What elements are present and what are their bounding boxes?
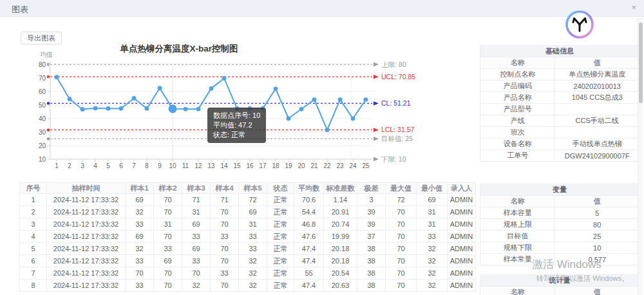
table-cell: 32 [126, 206, 154, 218]
table-cell: 47.4 [294, 280, 324, 292]
data-point[interactable] [158, 86, 162, 90]
table-cell: 工单号 [480, 150, 555, 162]
data-point[interactable] [274, 86, 278, 91]
table-cell: 70 [154, 280, 182, 292]
table-cell: 69 [239, 206, 267, 218]
table-cell: 70 [386, 218, 417, 231]
basic-info-panel: 基础信息名称值控制点名称单点热铆分离温度产品编码240202010013产品名称… [480, 45, 639, 162]
svg-text:9: 9 [158, 162, 162, 169]
table-cell: 33 [239, 231, 267, 243]
table-cell: 2024-11-12 17:33:32 [47, 218, 126, 231]
table-cell: 71 [182, 194, 211, 206]
table-cell: 19.99 [324, 231, 357, 243]
data-point[interactable] [364, 97, 368, 102]
scrollbar-thumb[interactable] [639, 23, 643, 103]
table-cell: 31 [154, 218, 182, 231]
table-cell: 8 [20, 280, 47, 292]
data-point[interactable] [132, 96, 137, 100]
table-cell: 3 [357, 194, 386, 206]
table-cell: ADMIN [448, 231, 476, 243]
table-cell: 产线 [480, 115, 555, 127]
tooltip-status: 状态: 正常 [213, 130, 260, 140]
table-cell: 5 [20, 243, 47, 255]
data-point[interactable] [299, 107, 304, 111]
table-cell: 2 [20, 206, 47, 218]
table-cell: 70 [154, 194, 182, 206]
column-header: 值 [555, 57, 639, 69]
svg-text:24: 24 [349, 162, 357, 169]
table-cell: 手动线单点热铆 [555, 138, 639, 150]
svg-text:10: 10 [169, 162, 176, 169]
sample-data-table: 序号抽样时间样本1样本2样本3样本4样本5状态平均数标准差数极差最大值最小值录入… [19, 182, 475, 292]
data-point[interactable] [119, 106, 124, 111]
data-point[interactable] [312, 97, 317, 102]
table-cell: ADMIN [448, 255, 476, 267]
svg-text:20: 20 [39, 142, 46, 149]
svg-text:22: 22 [323, 162, 331, 169]
data-point[interactable] [145, 106, 149, 111]
table-row: 规格下限10 [480, 242, 639, 254]
table-cell: 33 [126, 218, 154, 231]
data-point[interactable] [209, 86, 214, 91]
table-row: 42024-11-12 17:33:326970333333正常47.619.9… [20, 231, 476, 243]
column-header: 样本4 [211, 183, 239, 194]
table-cell: 31 [239, 218, 267, 231]
column-header: 序号 [20, 183, 47, 194]
svg-text:5: 5 [106, 162, 110, 169]
data-point[interactable] [55, 75, 59, 79]
scrollbar[interactable] [638, 18, 643, 295]
table-cell: 32 [239, 255, 267, 267]
page-title: 图表 [12, 4, 28, 15]
data-point[interactable] [106, 106, 111, 111]
table-cell: 7 [20, 267, 47, 280]
table-cell: 31 [417, 206, 448, 218]
table-cell: 70 [386, 267, 417, 280]
table-cell: 25 [555, 231, 639, 242]
table-cell: 32 [182, 280, 211, 292]
data-point[interactable] [68, 97, 72, 101]
data-point[interactable] [93, 106, 98, 111]
data-point[interactable] [325, 128, 330, 132]
data-point[interactable] [196, 107, 201, 111]
table-cell: 33 [417, 231, 448, 243]
table-cell: 37 [357, 231, 386, 243]
table-cell: 产品名称 [480, 92, 555, 104]
svg-text:30: 30 [39, 129, 46, 136]
table-cell: 规格上限 [480, 219, 555, 231]
table-cell: 39 [357, 206, 386, 218]
close-icon[interactable]: × [631, 3, 636, 12]
table-cell: 70 [211, 243, 239, 255]
data-point[interactable] [184, 107, 188, 111]
table-cell: 1045 CCS总成3 [555, 92, 639, 104]
data-point-hovered[interactable] [169, 104, 177, 113]
table-row: 22024-11-12 17:33:323270317069正常54.420.9… [20, 206, 476, 218]
svg-text:17: 17 [259, 162, 267, 169]
table-cell: 70 [386, 206, 417, 218]
svg-text:10: 10 [39, 156, 46, 163]
data-point[interactable] [222, 76, 227, 81]
svg-text:8: 8 [145, 162, 149, 169]
table-cell: 33 [211, 267, 239, 280]
table-cell: 70 [182, 267, 211, 280]
table-cell: 32 [417, 243, 448, 255]
app-logo[interactable] [565, 10, 594, 39]
data-point[interactable] [338, 97, 343, 102]
table-cell: 47.4 [294, 255, 324, 267]
svg-text:25: 25 [362, 162, 370, 169]
table-cell: 72 [239, 194, 267, 206]
table-cell: 70 [211, 255, 239, 267]
svg-text:UCL: 70.85: UCL: 70.85 [381, 73, 415, 81]
table-row: 规格上限80 [480, 219, 639, 231]
svg-text:7: 7 [132, 162, 136, 169]
table-cell: 70 [211, 218, 239, 231]
table-cell: 0.577 [555, 254, 639, 265]
data-point[interactable] [80, 107, 85, 111]
xbar-control-chart: 上限: 80UCL: 70.85CL: 51.21LCL: 31.57目标值: … [0, 0, 480, 174]
table-cell: 正常 [267, 218, 294, 231]
data-point[interactable] [287, 117, 291, 121]
table-cell: 33 [126, 280, 154, 292]
svg-text:19: 19 [285, 162, 292, 169]
table-cell: 55 [294, 267, 324, 280]
table-cell: 2024-11-12 17:33:32 [47, 194, 126, 206]
data-point[interactable] [351, 117, 355, 121]
